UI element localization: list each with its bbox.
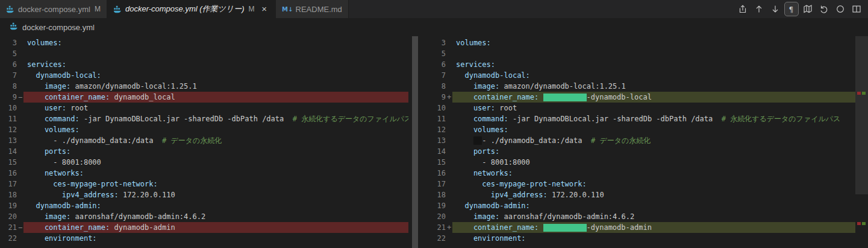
code-line[interactable]: 8 image: amazon/dynamodb-local:1.25.1 (422, 81, 855, 92)
breadcrumb[interactable]: docker-compose.yml (0, 18, 868, 36)
line-number-gutter: 22 (0, 233, 23, 244)
code-line[interactable]: 3volumes: (0, 37, 408, 48)
line-number: 14 (0, 146, 17, 157)
code-line[interactable]: 6services: (422, 59, 855, 70)
tab-docker-compose-yml[interactable]: docker-compose.yml (作業ツリー)M× (107, 0, 276, 18)
editor-actions-toolbar: ¶ (736, 0, 868, 18)
code-line[interactable]: 22 environment: (422, 233, 855, 244)
code-line[interactable]: 21− container_name: dynamodb-admin (0, 222, 408, 233)
next-change-icon[interactable] (769, 2, 782, 16)
line-number-gutter: 15 (0, 157, 23, 168)
code-line[interactable]: 13 - ./dynamodb_data:/data # データの永続化 (422, 135, 855, 146)
line-number: 13 (422, 135, 446, 146)
code-line[interactable]: 20 image: aaronshaf/dynamodb-admin:4.6.2 (0, 211, 408, 222)
line-number: 21 (0, 222, 17, 233)
code-line[interactable]: 12 volumes: (422, 124, 855, 135)
code-line[interactable]: 16 networks: (0, 168, 408, 179)
code-line[interactable]: 9+ container_name: -dynamodb-local (422, 92, 855, 103)
line-number: 5 (0, 48, 17, 59)
line-number-gutter: 18 (0, 189, 23, 200)
close-icon[interactable]: × (260, 4, 269, 14)
code-line[interactable]: 11 command: -jar DynamoDBLocal.jar -shar… (422, 113, 855, 124)
line-number-gutter: 20 (422, 211, 452, 222)
open-file-icon[interactable] (736, 2, 749, 16)
diff-sign (446, 70, 452, 81)
line-number: 9 (0, 92, 17, 103)
circle-icon[interactable] (834, 2, 847, 16)
line-number: 6 (0, 59, 17, 70)
code-line[interactable]: 15 - 8001:8000 (0, 157, 408, 168)
code-line[interactable]: 14 ports: (0, 146, 408, 157)
code-line[interactable]: 19 dynamodb-admin: (0, 200, 408, 211)
code-line[interactable]: 21+ container_name: -dynamodb-admin (422, 222, 855, 233)
line-number-gutter: 8 (0, 81, 23, 92)
code-line[interactable]: 7 dynamodb-local: (422, 70, 855, 81)
line-number: 20 (422, 211, 446, 222)
code-line[interactable]: 17 ces-mypage-prot-network: (422, 179, 855, 189)
code-line[interactable]: 7 dynamodb-local: (0, 70, 408, 81)
code-line[interactable]: 18 ipv4_address: 172.20.0.110 (422, 189, 855, 200)
diff-sign (446, 200, 452, 211)
code-line[interactable]: 3volumes: (422, 37, 855, 48)
line-number-gutter: 10 (0, 103, 23, 113)
diff-sign (17, 113, 23, 124)
code-line[interactable]: 15 - 8001:8000 (422, 157, 855, 168)
line-number: 7 (422, 70, 446, 81)
diff-original-pane: 3volumes:56services:7 dynamodb-local:8 i… (0, 36, 408, 248)
code-line[interactable]: 17 ces-mypage-prot-network: (0, 179, 408, 189)
diff-sign (17, 135, 23, 146)
diff-sign (17, 81, 23, 92)
code-line[interactable]: 5 (422, 48, 855, 59)
code-line[interactable]: 8 image: amazon/dynamodb-local:1.25.1 (0, 81, 408, 92)
code-line[interactable]: 5 (0, 48, 408, 59)
code-line[interactable]: 14 ports: (422, 146, 855, 157)
render-whitespace-icon[interactable]: ¶ (785, 2, 798, 16)
line-number-gutter: 16 (422, 168, 452, 179)
code-line[interactable]: 11 command: -jar DynamoDBLocal.jar -shar… (0, 113, 408, 124)
code-line[interactable]: 6services: (0, 59, 408, 70)
tab-readme-md[interactable]: M↓README.md (276, 0, 349, 18)
code-line[interactable]: 10 user: root (0, 103, 408, 113)
discard-icon[interactable] (817, 2, 831, 16)
line-number: 17 (0, 179, 17, 189)
line-number-gutter: 14 (422, 146, 452, 157)
diff-sign (17, 70, 23, 81)
line-number: 12 (422, 124, 446, 135)
line-number-gutter: 18 (422, 189, 452, 200)
diff-modified-pane: 3volumes:56services:7 dynamodb-local:8 i… (422, 36, 855, 248)
code-line[interactable]: 18 ipv4_address: 172.20.0.110 (0, 189, 408, 200)
code-line[interactable]: 13 - ./dynamodb_data:/data # データの永続化 (0, 135, 408, 146)
scrollbar-slider[interactable] (855, 36, 868, 194)
previous-change-icon[interactable] (752, 2, 766, 16)
code-line-text: ipv4_address: 172.20.0.110 (23, 189, 408, 200)
code-line[interactable]: 10 user: root (422, 103, 855, 113)
diff-sign: + (446, 92, 452, 103)
code-line[interactable]: 22 environment: (0, 233, 408, 244)
line-number: 19 (0, 200, 17, 211)
diff-sign (446, 233, 452, 244)
code-line[interactable]: 9− container_name: dynamodb_local (0, 92, 408, 103)
svg-text:M↓: M↓ (282, 6, 292, 13)
line-number-gutter: 14 (0, 146, 23, 157)
diff-added-marker (862, 92, 866, 95)
diff-sign (446, 48, 452, 59)
map-icon[interactable] (801, 2, 814, 16)
docker-compose-icon (6, 5, 14, 13)
split-editor-icon[interactable] (850, 2, 863, 16)
overview-ruler-scrollbar[interactable] (855, 36, 868, 248)
diff-sash[interactable] (412, 36, 418, 248)
code-line[interactable]: 16 networks: (422, 168, 855, 179)
code-line[interactable]: 20 image: aaronshaf/dynamodb-admin:4.6.2 (422, 211, 855, 222)
diff-editor: 3volumes:56services:7 dynamodb-local:8 i… (0, 36, 868, 248)
code-line-text (23, 48, 408, 59)
line-number: 11 (422, 113, 446, 124)
code-line[interactable]: 12 volumes: (0, 124, 408, 135)
diff-sign (446, 146, 452, 157)
code-line-text: dynamodb-local: (23, 70, 408, 81)
code-line[interactable]: 19 dynamodb-admin: (422, 200, 855, 211)
diff-sign (17, 103, 23, 113)
diff-sign (446, 135, 452, 146)
tab-docker-compose-yml[interactable]: docker-compose.ymlM (0, 0, 107, 18)
code-line-text: command: -jar DynamoDBLocal.jar -sharedD… (452, 113, 855, 124)
code-line-text: container_name: -dynamodb-admin (452, 222, 855, 233)
